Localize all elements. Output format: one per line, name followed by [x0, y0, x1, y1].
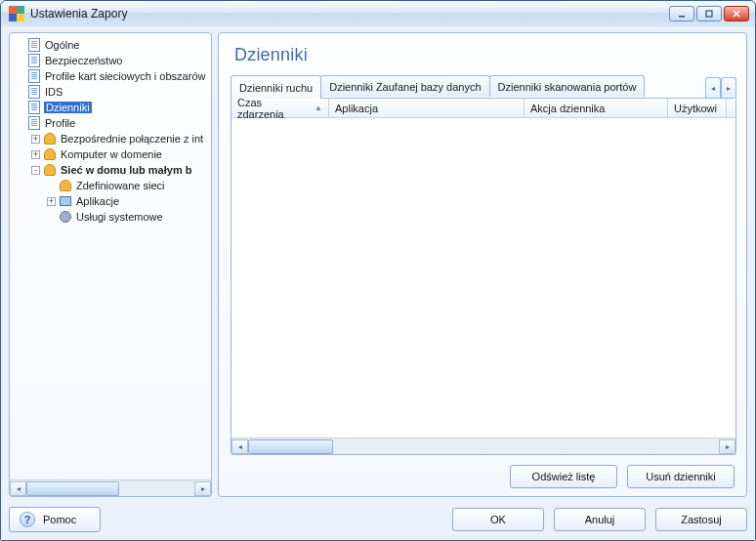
nav-tree[interactable]: OgólneBezpieczeństwoProfile kart sieciow… [10, 33, 211, 479]
pc-icon [59, 194, 72, 208]
expander-spacer [16, 72, 24, 81]
svg-rect-0 [679, 16, 685, 18]
app-icon [9, 6, 24, 21]
tree-item[interactable]: +Komputer w domenie [12, 146, 209, 162]
client-area: OgólneBezpieczeństwoProfile kart sieciow… [1, 26, 755, 540]
tree-item-label: Profile kart sieciowych i obszarów [44, 70, 206, 82]
grid-body[interactable] [231, 118, 735, 437]
log-grid: Czas zdarzenia▲AplikacjaAkcja dziennikaU… [231, 98, 736, 455]
svg-rect-1 [706, 11, 712, 17]
scroll-thumb[interactable] [26, 481, 119, 496]
tree-item[interactable]: Ogólne [12, 37, 209, 53]
tab[interactable]: Dzienniki skanowania portów [489, 75, 646, 97]
help-label: Pomoc [43, 514, 76, 525]
scroll-right-icon[interactable]: ▸ [194, 481, 211, 496]
help-icon: ? [20, 512, 35, 527]
tree-item[interactable]: Profile kart sieciowych i obszarów [12, 68, 209, 84]
content-inner: Dzienniki Dzienniki ruchuDzienniki Zaufa… [219, 33, 746, 496]
tree-item-label: Zdefiniowane sieci [75, 180, 166, 191]
tab-scroll: ◂ ▸ [705, 77, 736, 99]
titlebar: Ustawienia Zapory [1, 1, 755, 26]
column-label: Czas zdarzenia [237, 97, 311, 120]
expander-spacer [16, 57, 24, 65]
tabs-host: Dzienniki ruchuDzienniki Zaufanej bazy d… [231, 75, 701, 99]
tab[interactable]: Dzienniki ruchu [231, 75, 321, 99]
expander-spacer [16, 104, 24, 112]
help-button[interactable]: ? Pomoc [9, 507, 101, 532]
tree-item-label: Bezpośrednie połączenie z int [60, 133, 204, 145]
apply-button[interactable]: Zastosuj [655, 508, 747, 531]
person-icon [59, 179, 72, 192]
tree-item-label: Aplikacje [75, 195, 120, 207]
window-buttons [669, 6, 749, 21]
tree-item[interactable]: Bezpieczeństwo [12, 53, 209, 68]
doc-icon [27, 54, 41, 67]
tree-item[interactable]: IDS [12, 84, 209, 100]
dialog-buttons: OK Anuluj Zastosuj [452, 508, 747, 531]
expand-icon[interactable]: + [31, 150, 40, 159]
scroll-left-icon[interactable]: ◂ [10, 481, 26, 496]
tree-item-label: Ogólne [44, 39, 80, 51]
expander-spacer [47, 213, 56, 222]
column-header[interactable]: Czas zdarzenia▲ [231, 99, 329, 117]
minimize-button[interactable] [669, 6, 694, 21]
tree-item[interactable]: Zdefiniowane sieci [12, 178, 209, 193]
gear-icon [59, 210, 72, 224]
main-row: OgólneBezpieczeństwoProfile kart sieciow… [9, 32, 747, 497]
tree-item-label: Usługi systemowe [75, 211, 164, 223]
tree-item[interactable]: -Sieć w domu lub małym b [12, 162, 209, 178]
refresh-button[interactable]: Odśwież listę [510, 465, 617, 488]
person-icon [43, 132, 57, 146]
section-title: Dzienniki [231, 43, 736, 75]
sort-asc-icon: ▲ [315, 104, 322, 112]
delete-logs-button[interactable]: Usuń dzienniki [627, 465, 735, 488]
content-panel: Dzienniki Dzienniki ruchuDzienniki Zaufa… [218, 32, 747, 497]
window: Ustawienia Zapory OgólneBezpieczeństwoPr… [0, 0, 756, 541]
tree-hscroll[interactable]: ◂ ▸ [10, 479, 211, 496]
tree-item[interactable]: Profile [12, 115, 209, 131]
expander-spacer [47, 182, 56, 190]
tab[interactable]: Dzienniki Zaufanej bazy danych [320, 75, 489, 97]
grid-actions: Odśwież listę Usuń dzienniki [231, 455, 736, 490]
cancel-button[interactable]: Anuluj [554, 508, 646, 531]
person-icon [43, 147, 57, 161]
scroll-left-icon[interactable]: ◂ [231, 439, 248, 454]
tree-item-label: Dzienniki [44, 102, 92, 113]
grid-header: Czas zdarzenia▲AplikacjaAkcja dziennikaU… [231, 99, 735, 118]
expand-icon[interactable]: + [47, 197, 56, 206]
grid-hscroll[interactable]: ◂ ▸ [231, 437, 735, 454]
expander-spacer [16, 41, 24, 50]
tree-item[interactable]: Dzienniki [12, 100, 209, 115]
expander-spacer [16, 119, 24, 128]
scroll-right-icon[interactable]: ▸ [719, 439, 735, 454]
tab-scroll-right[interactable]: ▸ [721, 77, 736, 99]
window-title: Ustawienia Zapory [30, 7, 669, 21]
tab-bar: Dzienniki ruchuDzienniki Zaufanej bazy d… [231, 75, 736, 99]
column-header[interactable]: Akcja dziennika [525, 99, 668, 117]
ok-button[interactable]: OK [452, 508, 544, 531]
maximize-button[interactable] [696, 6, 722, 21]
column-header[interactable]: Aplikacja [329, 99, 525, 117]
tree-panel: OgólneBezpieczeństwoProfile kart sieciow… [9, 32, 212, 497]
doc-icon [27, 116, 41, 130]
tree-item-label: Bezpieczeństwo [44, 55, 124, 66]
tree-item[interactable]: +Aplikacje [12, 193, 209, 209]
dialog-button-bar: ? Pomoc OK Anuluj Zastosuj [9, 497, 747, 532]
close-button[interactable] [724, 6, 749, 21]
doc-icon [27, 85, 41, 99]
tab-scroll-left[interactable]: ◂ [705, 77, 721, 99]
person-icon [43, 163, 57, 177]
doc-icon [27, 101, 41, 114]
collapse-icon[interactable]: - [31, 166, 40, 175]
scroll-track[interactable] [248, 439, 719, 454]
tree-item[interactable]: +Bezpośrednie połączenie z int [12, 131, 209, 146]
scroll-thumb[interactable] [248, 439, 333, 454]
tree-item-label: Profile [44, 117, 76, 129]
scroll-track[interactable] [26, 481, 194, 496]
tree-item[interactable]: Usługi systemowe [12, 209, 209, 225]
expand-icon[interactable]: + [31, 135, 40, 144]
doc-icon [27, 69, 41, 83]
column-header[interactable]: Użytkowi [668, 99, 727, 117]
tree-item-label: Sieć w domu lub małym b [60, 164, 192, 176]
expander-spacer [16, 88, 24, 97]
